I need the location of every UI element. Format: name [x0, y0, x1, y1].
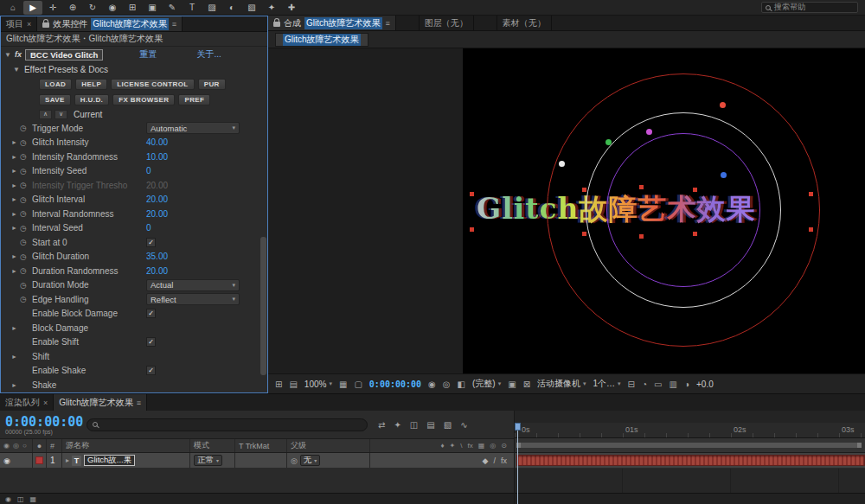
grid-guides-icon[interactable]: ▦ — [339, 380, 347, 389]
exposure-reset-icon[interactable]: ◑ — [684, 380, 689, 389]
timeline-nav-strip[interactable] — [515, 411, 865, 423]
tab-effect-controls[interactable]: 效果控件 Glitch故障艺术效果 ≡ — [37, 16, 183, 31]
param-dropdown[interactable]: Reflect▾ — [146, 293, 240, 305]
param-value[interactable]: 0 — [146, 166, 151, 175]
close-icon[interactable]: × — [27, 20, 31, 29]
fx-switch-icon[interactable]: fx — [501, 456, 507, 465]
layer-search-input[interactable] — [86, 418, 368, 431]
panel-menu-icon[interactable]: ≡ — [172, 20, 176, 29]
view-layout-select[interactable]: 1个…▾ — [593, 378, 621, 390]
twirl-open-icon[interactable]: ▼ — [4, 51, 11, 59]
type-tool-icon[interactable]: T — [183, 1, 202, 15]
frame-blending-icon[interactable]: ▤ — [426, 420, 434, 430]
param-dropdown[interactable]: Actual▾ — [146, 279, 240, 291]
stopwatch-icon[interactable]: ◷ — [20, 138, 32, 147]
tab-timeline-comp[interactable]: Glitch故障艺术效果 ≡ — [54, 394, 147, 411]
tab-layer[interactable]: 图层（无） — [419, 16, 474, 30]
twirl-closed-icon[interactable]: ► — [11, 382, 20, 388]
mode-column-header[interactable]: 模式 — [190, 439, 235, 452]
param-checkbox[interactable]: ✓ — [146, 366, 156, 375]
hide-shy-layers-icon[interactable]: ◫ — [410, 420, 418, 430]
license-control-button[interactable]: LICENSE CONTROL — [111, 79, 194, 90]
param-value[interactable]: 20.00 — [146, 181, 168, 190]
current-timecode[interactable]: 0:00:00:00 — [5, 415, 80, 429]
reset-link[interactable]: 重置 — [139, 48, 157, 61]
param-checkbox[interactable]: ✓ — [146, 337, 156, 347]
selection-handle[interactable] — [693, 232, 697, 236]
selection-handle[interactable] — [639, 185, 644, 189]
twirl-closed-icon[interactable]: ► — [11, 211, 20, 217]
selection-handle[interactable] — [693, 188, 697, 192]
panel-menu-icon[interactable]: ≡ — [386, 19, 390, 28]
blend-mode-select[interactable]: 正常 ▾ — [194, 455, 222, 466]
param-value[interactable]: 0 — [146, 223, 151, 233]
stopwatch-icon[interactable]: ◷ — [20, 238, 32, 246]
stopwatch-icon[interactable]: ◷ — [20, 195, 32, 204]
show-snapshot-icon[interactable]: ◎ — [443, 380, 451, 389]
twirl-closed-icon[interactable]: ► — [11, 168, 20, 174]
playhead-line[interactable] — [517, 423, 518, 504]
preset-down-button[interactable]: ∨ — [54, 110, 67, 119]
tab-footage[interactable]: 素材（无） — [497, 16, 552, 30]
help-search-input[interactable]: 搜索帮助 — [761, 2, 858, 13]
pixel-aspect-correction-icon[interactable]: ⊟ — [628, 380, 635, 389]
tab-project[interactable]: 项目 × — [1, 16, 37, 31]
camera-tool-icon[interactable]: ◉ — [103, 1, 122, 15]
selection-handle[interactable] — [809, 192, 813, 196]
about-link[interactable]: 关于... — [196, 48, 221, 61]
snap-icon[interactable]: ⊞ — [275, 380, 282, 389]
shape-tool-icon[interactable]: ▣ — [143, 1, 162, 15]
clone-stamp-tool-icon[interactable]: ◐ — [222, 1, 241, 15]
work-area-bar[interactable] — [516, 443, 862, 448]
roto-brush-tool-icon[interactable]: ✦ — [262, 1, 281, 15]
resolution-select[interactable]: (完整)▾ — [472, 378, 501, 390]
layer-color-label[interactable] — [35, 456, 43, 464]
stopwatch-icon[interactable]: ◷ — [20, 281, 32, 290]
close-icon[interactable]: × — [43, 399, 48, 407]
preferences-button[interactable]: PREF — [178, 94, 210, 105]
flowchart-button-icon[interactable]: ▥ — [670, 380, 677, 389]
selection-handle[interactable] — [639, 234, 644, 239]
help-button[interactable]: HELP — [75, 79, 107, 90]
selection-tool-icon[interactable]: ▶ — [23, 1, 42, 15]
twirl-closed-icon[interactable]: ► — [11, 196, 20, 202]
tab-render-queue[interactable]: 渲染队列 × — [0, 394, 54, 411]
quality-switch-icon[interactable]: ◆ — [483, 456, 489, 465]
stopwatch-icon[interactable]: ◷ — [20, 209, 32, 218]
mask-visibility-icon[interactable]: ▢ — [354, 380, 362, 389]
stopwatch-icon[interactable]: ◷ — [20, 152, 32, 161]
twirl-open-icon[interactable]: ▼ — [13, 66, 20, 73]
selection-handle[interactable] — [470, 192, 474, 196]
layer-name-box[interactable]: Glitch故...果 — [84, 455, 135, 466]
fast-previews-icon[interactable]: ◔ — [642, 380, 647, 389]
effect-name[interactable]: BCC Video Glitch — [25, 49, 103, 61]
param-value[interactable]: 20.00 — [146, 266, 168, 276]
param-checkbox[interactable]: ✓ — [146, 238, 156, 247]
param-value[interactable]: 10.00 — [146, 152, 168, 162]
twirl-closed-icon[interactable]: ► — [11, 253, 20, 259]
source-name-header[interactable]: 源名称 — [62, 439, 190, 452]
graph-editor-icon[interactable]: ∿ — [460, 420, 467, 430]
preset-up-button[interactable]: ∧ — [39, 110, 52, 119]
selection-handle[interactable] — [582, 188, 586, 192]
layer-row[interactable]: ◉ 1 ▸ T Glitch故...果 正常 — [0, 453, 514, 469]
save-button[interactable]: SAVE — [39, 94, 71, 105]
stopwatch-icon[interactable]: ◷ — [20, 181, 32, 189]
draft-3d-icon[interactable]: ✦ — [394, 420, 400, 430]
puppet-pin-tool-icon[interactable]: ✚ — [282, 1, 301, 15]
transparency-grid-icon[interactable]: ⊠ — [523, 380, 530, 389]
selection-handle[interactable] — [809, 227, 813, 232]
twirl-closed-icon[interactable]: ► — [11, 182, 20, 188]
brush-tool-icon[interactable]: ▨ — [202, 1, 221, 15]
fx-browser-button[interactable]: FX BROWSER — [112, 94, 175, 105]
pen-tool-icon[interactable]: ✎ — [163, 1, 182, 15]
stopwatch-icon[interactable]: ◷ — [20, 266, 32, 275]
twirl-closed-icon[interactable]: ► — [11, 268, 20, 274]
show-channel-icon[interactable]: ◧ — [458, 380, 465, 389]
param-value[interactable]: 35.00 — [146, 252, 168, 261]
snapshot-icon[interactable]: ◉ — [428, 380, 436, 389]
stopwatch-icon[interactable]: ◷ — [20, 124, 32, 132]
expand-transfer-controls-icon[interactable]: ◫ — [17, 495, 24, 503]
layer-duration-bar[interactable] — [516, 455, 865, 466]
trkmat-column-header[interactable]: T TrkMat — [235, 439, 287, 452]
